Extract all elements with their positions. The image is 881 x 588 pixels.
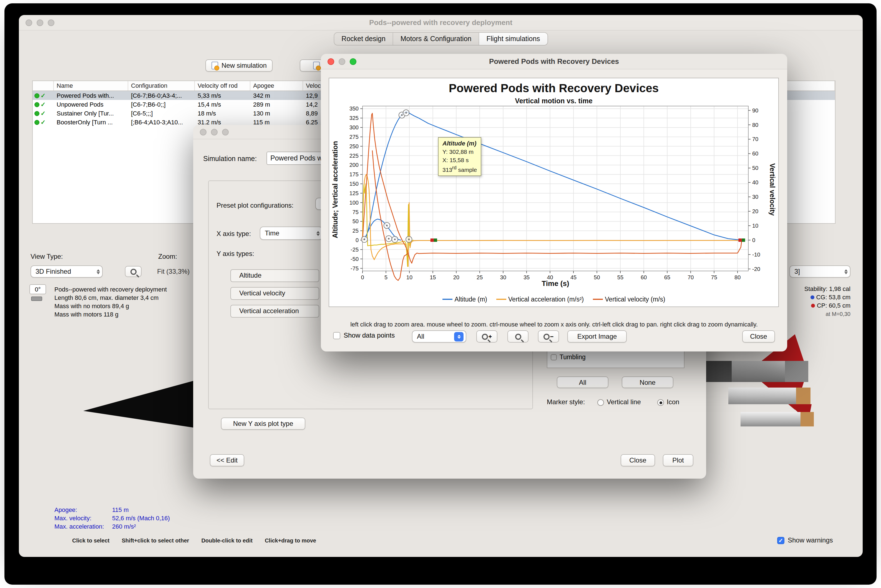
configuration-select[interactable]: 3] [790, 266, 851, 278]
zoom-window-icon[interactable] [222, 129, 229, 135]
status-ok-icon: ✓ [33, 91, 54, 100]
tab-rocket-design[interactable]: Rocket design [334, 33, 393, 45]
x-axis-type-label: X axis type: [217, 230, 251, 238]
svg-text:350: 350 [349, 105, 359, 112]
show-warnings-checkbox[interactable]: ✓ [777, 537, 784, 544]
marker-icon-radio[interactable] [657, 399, 664, 406]
show-data-points-control[interactable]: Show data points [333, 332, 395, 339]
rocket-nose-cone-render [83, 378, 194, 430]
svg-text:0: 0 [752, 237, 755, 243]
svg-text:40: 40 [752, 179, 758, 186]
window-controls [200, 129, 229, 135]
svg-text:90: 90 [752, 108, 758, 114]
plot-close-button[interactable]: Close [742, 330, 775, 343]
zoom-reset-icon [515, 333, 521, 339]
show-data-points-checkbox[interactable] [333, 332, 340, 339]
chart-panel[interactable]: Powered Pods with Recovery Devices Verti… [329, 78, 779, 307]
events-none-button[interactable]: None [622, 376, 673, 388]
zoom-hint-text: left click drag to zoom area. mouse whee… [321, 321, 787, 328]
x-axis-type-select[interactable]: Time [260, 226, 322, 240]
event-tumbling[interactable]: Tumbling [547, 352, 684, 361]
tumbling-checkbox[interactable] [551, 354, 557, 360]
tab-flight-simulations[interactable]: Flight simulations [479, 33, 547, 45]
window-controls [328, 58, 357, 65]
y-type-altitude[interactable]: Altitude [231, 269, 319, 282]
cell-name: Sustainer Only [Tur... [54, 109, 128, 118]
svg-text:175: 175 [349, 171, 359, 177]
minimize-window-icon[interactable] [211, 129, 217, 135]
close-window-icon[interactable] [25, 20, 32, 26]
close-window-icon[interactable] [328, 58, 334, 65]
zoom-window-icon[interactable] [48, 20, 54, 26]
column-configuration[interactable]: Configuration [128, 81, 195, 90]
zoom-in-button[interactable]: + [476, 330, 497, 343]
status-ok-icon: ✓ [33, 118, 54, 127]
cell-apogee: 130 m [250, 109, 303, 118]
hint-text: Double-click to edit [201, 537, 252, 544]
column-name[interactable]: Name [54, 81, 128, 90]
plot-window-title: Powered Pods with Recovery Devices [489, 57, 619, 66]
zoom-tool-button[interactable] [125, 266, 142, 277]
new-y-axis-plot-type-button[interactable]: New Y axis plot type [221, 417, 305, 430]
svg-text:250: 250 [349, 143, 359, 149]
stability-readout: Stability: 1,98 cal CG: 53,8 cm CP: 60,5… [784, 285, 851, 318]
marker-vertical-line-radio[interactable] [597, 399, 604, 406]
svg-text:300: 300 [349, 124, 359, 130]
svg-text:75: 75 [352, 209, 359, 215]
branch-select[interactable]: All [412, 330, 466, 343]
chart-legend: Altitude (m)Vertical acceleration (m/s²)… [329, 296, 778, 303]
plot-window: Powered Pods with Recovery Devices Power… [321, 54, 787, 351]
cell-apogee: 289 m [250, 100, 303, 109]
zoom-out-icon [544, 333, 550, 339]
close-button[interactable]: Close [621, 454, 655, 466]
svg-text:-75: -75 [351, 266, 359, 272]
edit-button[interactable]: << Edit [210, 454, 244, 466]
svg-text:150: 150 [349, 181, 359, 187]
svg-text:30: 30 [752, 194, 758, 200]
marker-icon-label[interactable]: Icon [667, 398, 679, 406]
plot-titlebar: Powered Pods with Recovery Devices [321, 54, 787, 69]
svg-text:125: 125 [349, 190, 359, 196]
column-apogee[interactable]: Apogee [250, 81, 303, 90]
column-velocity-off-rod[interactable]: Velocity off rod [195, 81, 250, 90]
preset-plot-label: Preset plot configurations: [217, 201, 294, 209]
export-image-button[interactable]: Export Image [567, 330, 627, 343]
minimize-window-icon[interactable] [339, 58, 345, 65]
datapoint-tooltip: Altitude (m) Y: 302,88 m X: 15,58 s 313r… [438, 137, 481, 176]
view-type-select[interactable]: 3D Finished [30, 266, 103, 278]
new-simulation-button[interactable]: New simulation [205, 59, 273, 72]
chart-subtitle: Vertical motion vs. time [329, 97, 778, 105]
plot-button[interactable]: Plot [663, 454, 693, 466]
window-controls [25, 20, 54, 26]
cell-configuration: [;B6-4;A10-3;A10... [128, 118, 195, 127]
minimize-window-icon[interactable] [37, 20, 43, 26]
svg-text:70: 70 [752, 136, 758, 142]
rotation-slider-handle[interactable] [31, 297, 42, 301]
zoom-window-icon[interactable] [350, 58, 357, 65]
zoom-out-button[interactable]: − [538, 330, 559, 343]
show-warnings-control[interactable]: ✓ Show warnings [777, 536, 833, 544]
y-type-vertical-velocity[interactable]: Vertical velocity [231, 287, 319, 300]
svg-text:-25: -25 [351, 246, 359, 253]
main-tabbar: Rocket design Motors & Configuration Fli… [334, 32, 548, 45]
cell-name: BoosterOnly [Turn ... [54, 118, 128, 127]
close-window-icon[interactable] [200, 129, 207, 135]
chart-title: Powered Pods with Recovery Devices [329, 82, 778, 95]
window-title: Pods--powered with recovery deployment [369, 18, 512, 27]
svg-text:60: 60 [752, 150, 758, 157]
events-all-button[interactable]: All [557, 376, 608, 388]
marker-vertical-line-label[interactable]: Vertical line [607, 398, 641, 406]
select-stepper-icon [454, 332, 463, 341]
tab-motors-configuration[interactable]: Motors & Configuration [393, 33, 479, 45]
flight-plot[interactable]: 05101520253035404550556065707580-75-50-2… [329, 78, 779, 308]
y-type-vertical-acceleration[interactable]: Vertical acceleration [231, 305, 319, 318]
hint-text: Click+drag to move [265, 537, 316, 544]
rotation-angle-field[interactable]: 0° [29, 284, 46, 294]
zoom-value[interactable]: Fit (33,3%) [157, 268, 190, 275]
marker-style-label: Marker style: [547, 398, 585, 406]
svg-text:0: 0 [355, 237, 359, 243]
status-ok-icon: ✓ [33, 100, 54, 109]
svg-text:20: 20 [752, 208, 758, 214]
zoom-reset-button[interactable] [507, 330, 529, 343]
cell-velocity-off-rod: 15,4 m/s [195, 100, 250, 109]
